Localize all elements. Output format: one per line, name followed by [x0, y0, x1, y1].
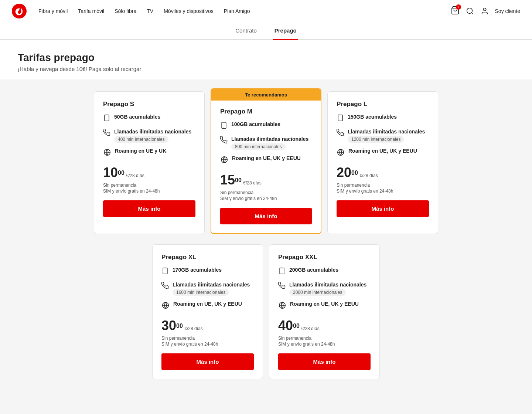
hero-section: Tarifas prepago ¡Habla y navega desde 10… [0, 40, 532, 79]
plan-xxl-gb-text: 200GB acumulables [289, 267, 338, 273]
nav-solo-fibra[interactable]: Sólo fibra [115, 8, 136, 14]
svg-point-2 [467, 8, 472, 13]
svg-rect-11 [163, 268, 167, 274]
roaming-icon-xl [161, 301, 170, 311]
plan-xl-calls-text: Llamadas ilimitadas nacionales [173, 282, 250, 288]
plan-xxl-gb-feature: 200GB acumulables [278, 267, 371, 276]
plan-l-gb-feature: 150GB acumulables [337, 114, 429, 123]
plan-l-calls-feature: Llamadas ilimitadas nacionales 1200 min … [337, 129, 429, 143]
plan-m-price-main: 15 [220, 172, 235, 187]
plan-xl-note2: SIM y envío gratis en 24-48h [161, 342, 254, 347]
cart-button[interactable]: 1 [451, 6, 460, 16]
plans-row-top: Prepago S 50GB acumulables Llamadas ilim… [18, 79, 514, 234]
plan-m-price-period: €/28 días [243, 180, 261, 186]
plan-m-roaming-text: Roaming en UE, UK y EEUU [232, 155, 301, 161]
plan-xl-gb-feature: 170GB acumulables [161, 267, 254, 276]
mas-info-button-l[interactable]: Más info [337, 200, 429, 217]
plan-xl-gb-text: 170GB acumulables [173, 267, 222, 273]
plan-card-xxl: Prepago XXL 200GB acumulables Llamadas i… [269, 244, 380, 379]
plan-card-l: Prepago L 150GB acumulables Llamadas ili… [327, 91, 438, 234]
mas-info-button-m[interactable]: Más info [220, 208, 312, 224]
plan-xl-calls-wrap: Llamadas ilimitadas nacionales 1600 min … [173, 282, 250, 296]
plan-xxl-intl-min: 2000 min internacionales [289, 289, 346, 296]
plan-m-note1: Sin permanencia [220, 190, 312, 195]
plans-row-bottom: Prepago XL 170GB acumulables Llamadas il… [18, 234, 514, 379]
roaming-icon-s [103, 148, 111, 158]
page-title: Tarifas prepago [18, 52, 514, 64]
cart-badge: 1 [456, 4, 461, 10]
plan-s-calls-wrap: Llamadas ilimitadas nacionales 400 min i… [114, 129, 191, 143]
roaming-icon-l [337, 148, 345, 158]
plan-xl-price: 3000 €/28 días [161, 318, 254, 333]
plan-m-badge: Te recomendamos [211, 89, 321, 101]
user-button[interactable] [480, 7, 489, 16]
call-icon-s [103, 129, 110, 138]
nav-fibra-movil[interactable]: Fibra y móvil [38, 8, 68, 14]
navbar-links: Fibra y móvil Tarifa móvil Sólo fibra TV… [38, 8, 451, 14]
call-icon-m [220, 136, 228, 146]
plan-l-roaming-text: Roaming en UE, UK y EEUU [348, 148, 417, 154]
plan-xxl-price-period: €/28 días [301, 326, 319, 331]
plan-xxl-roaming-text: Roaming en UE, UK y EEUU [290, 301, 359, 307]
plan-l-gb-text: 150GB acumulables [348, 114, 397, 120]
plan-s-calls-text: Llamadas ilimitadas nacionales [114, 129, 191, 135]
plan-xl-intl-min: 1600 min internacionales [173, 289, 229, 296]
plan-xxl-price-main: 40 [278, 318, 293, 333]
svg-point-4 [483, 8, 486, 10]
plan-m-title: Prepago M [220, 108, 312, 115]
mas-info-button-xl[interactable]: Más info [161, 353, 254, 370]
phone-icon-xl [161, 267, 169, 276]
plan-card-m: Te recomendamos Prepago M 100GB acumulab… [211, 88, 321, 234]
tab-contrato[interactable]: Contrato [234, 22, 258, 40]
tab-prepago[interactable]: Prepago [273, 22, 298, 40]
plan-xxl-calls-text: Llamadas ilimitadas nacionales [289, 282, 366, 288]
svg-rect-7 [222, 122, 226, 129]
plan-s-calls-feature: Llamadas ilimitadas nacionales 400 min i… [103, 129, 195, 143]
soy-cliente-label[interactable]: Soy cliente [495, 8, 520, 14]
plan-l-note1: Sin permanencia [337, 183, 429, 188]
svg-rect-9 [338, 115, 342, 121]
plan-l-intl-min: 1200 min internacionales [348, 136, 404, 143]
nav-moviles[interactable]: Móviles y dispositivos [164, 8, 214, 14]
roaming-icon-m [220, 156, 228, 166]
nav-plan-amigo[interactable]: Plan Amigo [224, 8, 250, 14]
plan-s-price-main: 10 [103, 165, 118, 180]
plan-l-calls-wrap: Llamadas ilimitadas nacionales 1200 min … [348, 129, 425, 143]
plan-m-gb-feature: 100GB acumulables [220, 121, 312, 131]
plan-m-calls-feature: Llamadas ilimitadas nacionales 800 min i… [220, 136, 312, 150]
plan-xxl-calls-feature: Llamadas ilimitadas nacionales 2000 min … [278, 282, 371, 296]
plan-xl-note1: Sin permanencia [161, 336, 254, 341]
nav-tv[interactable]: TV [147, 8, 153, 14]
plan-s-title: Prepago S [103, 101, 195, 108]
call-icon-xl [161, 282, 169, 291]
plan-xxl-title: Prepago XXL [278, 254, 371, 261]
plan-l-price-main: 20 [337, 165, 351, 180]
plan-xl-title: Prepago XL [161, 254, 254, 261]
plan-xl-roaming-feature: Roaming en UE, UK y EEUU [161, 301, 254, 311]
plan-xl-roaming-text: Roaming en UE, UK y EEUU [173, 301, 242, 307]
plan-l-price: 2000 €/28 días [337, 165, 429, 180]
plan-s-gb-text: 50GB acumulables [114, 114, 160, 120]
plans-content: Prepago S 50GB acumulables Llamadas ilim… [0, 79, 532, 397]
search-icon [466, 7, 474, 15]
mas-info-button-s[interactable]: Más info [103, 200, 195, 217]
plan-m-intl-min: 800 min internacionales [231, 143, 286, 150]
svg-rect-5 [105, 115, 109, 121]
phone-icon-s [103, 114, 110, 123]
plan-xl-price-period: €/28 días [184, 326, 202, 331]
navbar-actions: 1 Soy cliente [451, 6, 520, 16]
mas-info-button-xxl[interactable]: Más info [278, 353, 371, 370]
plan-s-gb-feature: 50GB acumulables [103, 114, 195, 123]
plan-s-price-period: €/28 días [126, 173, 144, 178]
plan-xxl-roaming-feature: Roaming en UE, UK y EEUU [278, 301, 371, 311]
plan-s-note1: Sin permanencia [103, 183, 195, 188]
search-button[interactable] [466, 7, 474, 16]
vodafone-logo[interactable] [12, 4, 27, 18]
plan-l-price-period: €/28 días [359, 173, 378, 178]
plan-s-note2: SIM y envío gratis en 24-48h [103, 189, 195, 194]
call-icon-xxl [278, 282, 286, 291]
phone-icon-m [220, 122, 228, 131]
nav-tarifa-movil[interactable]: Tarifa móvil [78, 8, 104, 14]
user-icon [481, 7, 489, 15]
tabs-bar: Contrato Prepago [0, 22, 532, 40]
